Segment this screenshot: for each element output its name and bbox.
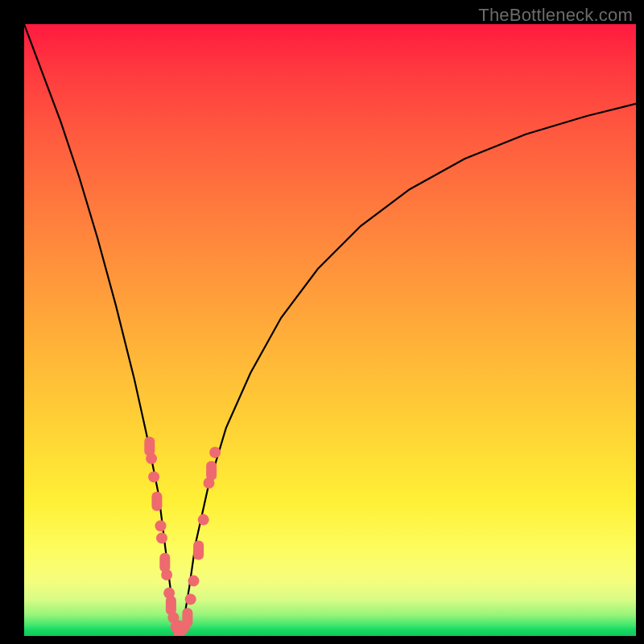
chart-svg	[24, 24, 636, 636]
cluster-dot	[146, 453, 157, 464]
cluster-dot	[185, 593, 196, 605]
curve-line	[24, 24, 636, 630]
cluster-dot	[198, 514, 209, 526]
chart-frame: TheBottleneck.com	[0, 0, 644, 644]
sample-point-cluster	[144, 436, 221, 636]
cluster-dot	[148, 471, 159, 482]
cluster-dot	[155, 520, 167, 531]
cluster-lozenge	[206, 461, 217, 481]
cluster-dot	[188, 576, 200, 587]
cluster-dot	[156, 532, 167, 543]
cluster-lozenge	[151, 492, 162, 511]
cluster-lozenge	[193, 541, 204, 560]
cluster-dot	[161, 569, 172, 580]
bottleneck-curve	[24, 24, 636, 630]
cluster-lozenge	[159, 553, 170, 572]
cluster-dot	[209, 447, 221, 458]
watermark-text: TheBottleneck.com	[478, 5, 633, 26]
cluster-lozenge	[144, 436, 155, 456]
plot-area	[24, 24, 636, 636]
cluster-lozenge	[182, 608, 192, 627]
